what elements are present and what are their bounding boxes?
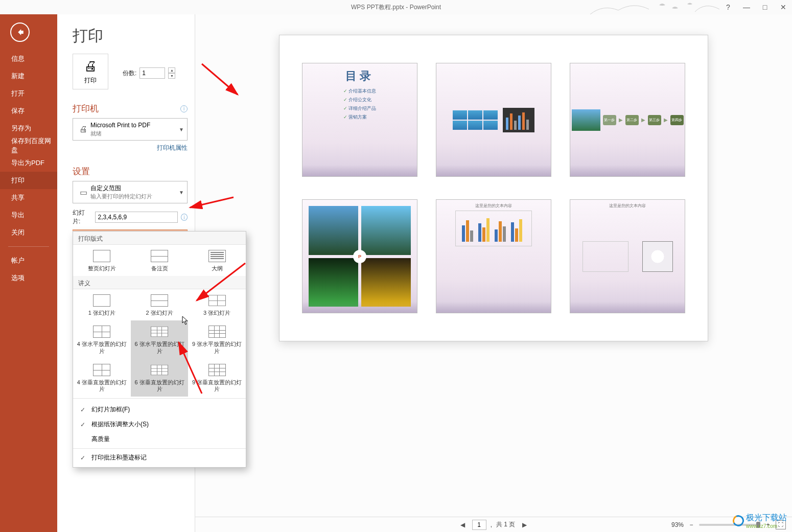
layout-outline[interactable]: 大纲: [188, 245, 246, 276]
powerpoint-badge-icon: P: [353, 250, 366, 263]
printer-properties-link[interactable]: 打印机属性: [73, 144, 188, 152]
sidebar-item-new[interactable]: 新建: [0, 67, 57, 85]
preview-slide-2: [436, 63, 551, 177]
title-bar: WPS PPT教程.pptx - PowerPoint ? — □ ✕: [0, 0, 792, 14]
preview-slide-6: 这里是您的文本内容: [570, 199, 685, 313]
maximize-button[interactable]: □: [759, 2, 771, 13]
back-button[interactable]: [10, 22, 30, 42]
sidebar-separator: [8, 246, 49, 247]
layout-6-vert[interactable]: 6 张垂直放置的幻灯片: [131, 359, 189, 397]
chevron-down-icon: ▼: [179, 127, 184, 132]
sidebar-item-print[interactable]: 打印: [0, 172, 57, 189]
slides-input[interactable]: [95, 212, 178, 223]
settings-section-heading: 设置: [73, 166, 188, 177]
zoom-controls: 93% − + ⛶: [671, 520, 786, 529]
copies-label: 份数:: [123, 69, 136, 78]
print-range-dropdown[interactable]: ▭ 自定义范围 输入要打印的特定幻灯片 ▼: [73, 181, 188, 203]
layout-2-slides[interactable]: 2 张幻灯片: [131, 289, 189, 320]
preview-slide-4: P: [302, 199, 417, 313]
sidebar-item-exportpdf[interactable]: 导出为PDF: [0, 154, 57, 172]
sidebar-item-share[interactable]: 共享: [0, 189, 57, 206]
document-title: WPS PPT教程.pptx - PowerPoint: [351, 3, 441, 12]
sidebar-item-account[interactable]: 帐户: [0, 252, 57, 269]
slides-label: 幻灯片:: [73, 209, 92, 226]
page-title: 打印: [73, 26, 188, 47]
opt-high-quality[interactable]: 高质量: [73, 432, 246, 447]
zoom-in-button[interactable]: +: [763, 521, 773, 528]
sidebar-item-info[interactable]: 信息: [0, 50, 57, 67]
sidebar-item-open[interactable]: 打开: [0, 85, 57, 102]
preview-slide-5: 这里是您的文本内容: [436, 199, 551, 313]
layout-3-slides[interactable]: 3 张幻灯片: [188, 289, 246, 320]
printer-section-heading: 打印机 i: [73, 103, 188, 114]
layout-section-print: 打印版式: [73, 232, 246, 245]
printer-name: Microsoft Print to PDF: [90, 121, 179, 130]
slide1-title: 目录: [345, 68, 374, 84]
window-controls: ? — □ ✕: [723, 0, 789, 14]
page-total: 共 1 页: [496, 520, 515, 529]
sidebar-item-options[interactable]: 选项: [0, 269, 57, 287]
zoom-fit-button[interactable]: ⛶: [776, 520, 786, 529]
sidebar-item-export[interactable]: 导出: [0, 206, 57, 224]
opt-print-comments[interactable]: ✓打印批注和墨迹标记: [73, 450, 246, 465]
printer-icon: 🖨: [84, 58, 97, 74]
copies-spinner: ▲ ▼: [168, 67, 175, 79]
slides-field-row: 幻灯片: i: [73, 209, 188, 226]
layout-section-handout: 讲义: [73, 276, 246, 289]
minimize-button[interactable]: —: [741, 2, 752, 13]
sidebar-item-baidu[interactable]: 保存到百度网盘: [0, 137, 57, 154]
printer-dropdown[interactable]: 🖨 Microsoft Print to PDF 就绪 ▼: [73, 118, 188, 141]
prev-page-button[interactable]: ◀: [457, 521, 468, 528]
layout-4-horiz[interactable]: 4 张水平放置的幻灯片: [73, 320, 131, 358]
layout-9-horiz[interactable]: 9 张水平放置的幻灯片: [188, 320, 246, 358]
info-icon[interactable]: i: [180, 105, 188, 112]
layout-dropdown-panel: 打印版式 整页幻灯片 备注页 大纲 讲义 1 张幻灯片 2 张幻灯片 3 张幻灯…: [73, 231, 246, 468]
print-button[interactable]: 🖨 打印: [73, 54, 108, 89]
print-settings-pane: 打印 🖨 打印 份数: ▲ ▼ 打印机 i 🖨 Microsoft Print …: [57, 14, 195, 532]
sidebar-item-close[interactable]: 关闭: [0, 224, 57, 241]
preview-bottombar: ◀ , 共 1 页 ▶ 93% − + ⛶: [195, 517, 792, 532]
copies-up[interactable]: ▲: [168, 67, 175, 73]
backstage-sidebar: 信息 新建 打开 保存 另存为 保存到百度网盘 导出为PDF 打印 共享 导出 …: [0, 14, 57, 532]
copies-down[interactable]: ▼: [168, 73, 175, 79]
copies-input[interactable]: [139, 67, 165, 79]
sidebar-item-save[interactable]: 保存: [0, 102, 57, 120]
layout-1-slide[interactable]: 1 张幻灯片: [73, 289, 131, 320]
help-button[interactable]: ?: [723, 2, 734, 13]
preview-page: 目录 介绍基本信息 介绍公文化 详细介绍产品 营销方案: [279, 35, 708, 341]
preview-slide-1: 目录 介绍基本信息 介绍公文化 详细介绍产品 营销方案: [302, 63, 417, 177]
zoom-percent: 93%: [671, 521, 684, 528]
layout-4-vert[interactable]: 4 张垂直放置的幻灯片: [73, 359, 131, 397]
next-page-button[interactable]: ▶: [519, 521, 530, 528]
close-button[interactable]: ✕: [778, 2, 789, 13]
layout-9-vert[interactable]: 9 张垂直放置的幻灯片: [188, 359, 246, 397]
print-button-label: 打印: [84, 76, 97, 85]
printer-status: 就绪: [90, 130, 179, 137]
layout-notes-page[interactable]: 备注页: [131, 245, 189, 276]
zoom-slider[interactable]: [699, 524, 760, 526]
layout-full-page[interactable]: 整页幻灯片: [73, 245, 131, 276]
chevron-down-icon: ▼: [179, 190, 184, 195]
layout-6-horiz[interactable]: 6 张水平放置的幻灯片: [131, 320, 189, 358]
copies-field: 份数: ▲ ▼: [123, 67, 175, 79]
preview-slide-3: 第一步▶ 第二步▶ 第三步▶ 第四步: [570, 63, 685, 177]
print-preview: 目录 介绍基本信息 介绍公文化 详细介绍产品 营销方案: [195, 14, 792, 532]
page-input[interactable]: [472, 520, 486, 530]
sidebar-item-saveas[interactable]: 另存为: [0, 120, 57, 137]
opt-scale-paper[interactable]: ✓根据纸张调整大小(S): [73, 417, 246, 432]
opt-frame-slides[interactable]: ✓幻灯片加框(F): [73, 402, 246, 417]
zoom-out-button[interactable]: −: [687, 521, 696, 528]
printer-status-icon: 🖨: [76, 125, 90, 134]
info-icon[interactable]: i: [181, 214, 188, 221]
range-title: 自定义范围: [90, 184, 179, 193]
slides-icon: ▭: [76, 188, 90, 197]
range-sub: 输入要打印的特定幻灯片: [90, 193, 179, 200]
